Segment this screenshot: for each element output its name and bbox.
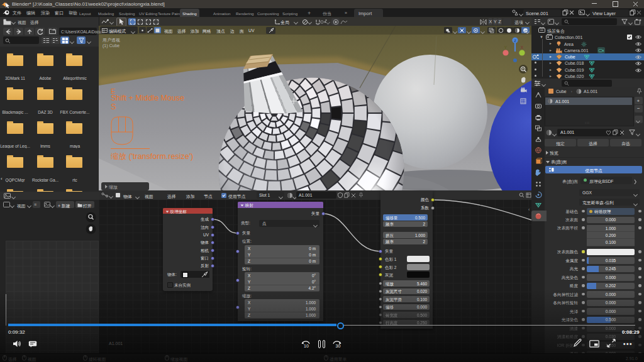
svg-text:Y: Y	[504, 45, 508, 50]
svg-text:Z: Z	[514, 39, 516, 43]
svg-text:X: X	[521, 45, 524, 50]
svg-text:10: 10	[304, 344, 309, 348]
svg-text:30: 30	[336, 344, 341, 348]
